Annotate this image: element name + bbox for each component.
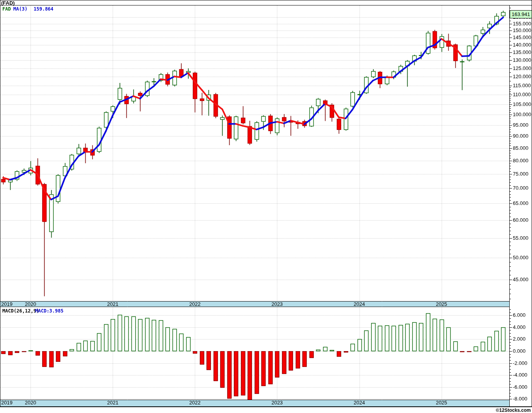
year-label: 2024 [354, 400, 365, 406]
price-axis-label: 115.000 [513, 83, 531, 89]
year-label: 2021 [107, 400, 119, 406]
price-axis-label: 110.000 [513, 92, 531, 98]
price-axis-label: 55.000 [513, 235, 528, 241]
macd-axis-label: -8.000 [513, 396, 527, 402]
price-axis-label: 90.000 [513, 133, 528, 139]
price-axis-label: 95.000 [513, 122, 528, 128]
year-label: 2025 [436, 400, 447, 406]
stock-chart-page: (FAD) FAD MA(3) 159.864 MACD(26,12,9) MA… [0, 0, 532, 413]
price-axis-label: 50.000 [513, 255, 528, 261]
macd-indicator-label: MACD(26,12,9) [2, 308, 39, 314]
price-axis-label: 85.000 [513, 145, 528, 151]
price-axis-label: 135.000 [513, 49, 531, 56]
candlestick-macd-chart-canvas [0, 0, 532, 413]
year-label: 2019 [1, 301, 13, 307]
year-label: 2021 [107, 301, 119, 307]
year-label: 2022 [189, 301, 201, 307]
price-axis-label: 75.000 [513, 171, 528, 177]
macd-axis-label: 6.000 [513, 312, 526, 318]
price-axis-label: 65.000 [513, 200, 528, 206]
year-label: 2020 [25, 400, 36, 406]
price-axis-label: 150.000 [513, 27, 531, 34]
year-label: 2020 [25, 301, 36, 307]
legend-ticker-symbol: FAD [2, 6, 11, 12]
price-axis-label: 80.000 [513, 158, 528, 164]
macd-axis-label: 4.000 [513, 324, 526, 330]
macd-axis-label: -6.000 [513, 384, 527, 390]
year-label: 2024 [354, 301, 365, 307]
legend-ma-label: MA(3) [13, 6, 27, 12]
macd-axis-label: -2.000 [513, 360, 527, 366]
watermark-copyright: ©12Stocks.com [496, 408, 531, 413]
last-price-badge: 163.941 [510, 10, 532, 18]
price-axis-label: 145.000 [513, 34, 531, 41]
legend-ma-value: 159.864 [34, 6, 54, 12]
price-axis-label: 130.000 [513, 57, 531, 63]
price-axis-label: 140.000 [513, 42, 531, 48]
macd-axis-label: 0.000 [513, 348, 526, 354]
year-label: 2023 [271, 400, 283, 406]
price-axis-label: 70.000 [513, 185, 528, 191]
price-axis-label: 155.000 [513, 21, 531, 27]
year-label: 2019 [1, 400, 13, 406]
macd-current-value: MACD:3.985 [35, 308, 63, 314]
price-axis-label: 45.000 [513, 277, 528, 283]
price-axis-label: 100.000 [513, 111, 531, 118]
macd-axis-label: 2.000 [513, 336, 526, 342]
year-label: 2023 [271, 301, 283, 307]
price-axis-label: 105.000 [513, 101, 531, 108]
page-title: (FAD) [1, 0, 15, 6]
year-label: 2025 [436, 301, 447, 307]
price-axis-label: 120.000 [513, 74, 531, 80]
price-axis-label: 125.000 [513, 65, 531, 72]
year-label: 2022 [189, 400, 201, 406]
macd-axis-label: -4.000 [513, 372, 527, 378]
price-axis-label: 60.000 [513, 217, 528, 223]
